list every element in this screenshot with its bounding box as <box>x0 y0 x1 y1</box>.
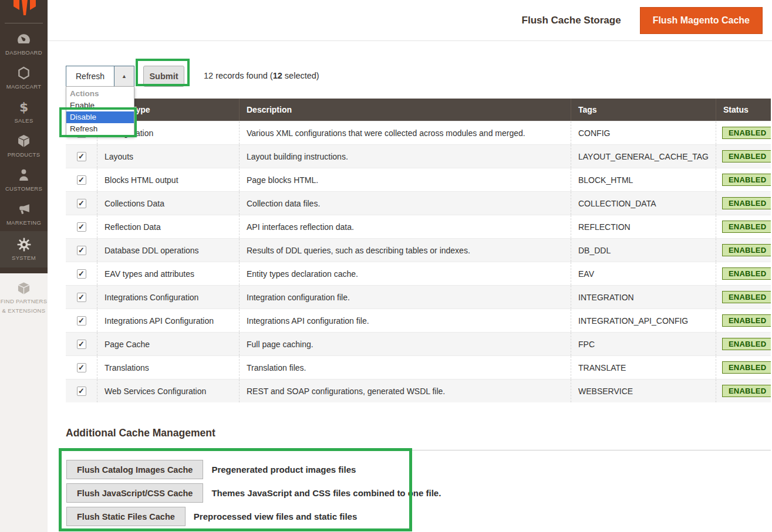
description-cell: Translation files. <box>239 356 571 379</box>
sidebar-item-marketing[interactable]: MARKETING <box>0 197 48 231</box>
table-header-row: ✓ Cache Type Description Tags Status <box>66 99 771 121</box>
tags-cell: INTEGRATION <box>571 286 716 309</box>
row-checkbox[interactable]: ✓ <box>77 152 86 161</box>
description-cell: Layout building instructions. <box>239 145 571 168</box>
find-partners-label-line2: & EXTENSIONS <box>0 307 48 314</box>
magento-logo[interactable] <box>5 0 43 23</box>
table-row: ✓ Integrations API Configuration Integra… <box>66 309 771 332</box>
sidebar-item-magiccart[interactable]: MAGICCART <box>0 61 48 95</box>
row-checkbox[interactable]: ✓ <box>77 316 86 326</box>
tags-cell: REFLECTION <box>571 215 716 238</box>
description-cell: Integration configuration file. <box>239 286 571 309</box>
actions-select-value: Refresh <box>66 66 114 86</box>
cache-table: ✓ Cache Type Description Tags Status ✓ C… <box>66 99 771 402</box>
description-cell: Collection data files. <box>239 192 571 215</box>
page-header: Flush Cache Storage Flush Magento Cache <box>48 0 772 41</box>
description-cell: Integrations API configuration file. <box>239 309 571 332</box>
cache-type-cell: Collections Data <box>97 192 239 215</box>
table-row: ✓ Page Cache Full page caching. FPC ENAB… <box>66 332 771 355</box>
tags-cell: COLLECTION_DATA <box>571 192 716 215</box>
row-checkbox[interactable]: ✓ <box>77 222 86 232</box>
cache-type-cell: EAV types and attributes <box>97 262 239 285</box>
actions-select[interactable]: Refresh ▲ <box>66 66 134 87</box>
row-checkbox[interactable]: ✓ <box>77 293 86 302</box>
table-row: ✓ Collections Data Collection data files… <box>66 191 771 215</box>
sidebar-item-system[interactable]: SYSTEM <box>0 231 48 267</box>
row-checkbox[interactable]: ✓ <box>77 363 86 372</box>
status-badge: ENABLED <box>722 291 771 303</box>
additional-cache-row: Flush Catalog Images Cache Pregenerated … <box>66 460 441 479</box>
table-row: ✓ Integrations Configuration Integration… <box>66 285 771 309</box>
marketing-icon <box>16 202 31 217</box>
description-cell: REST and SOAP configurations, generated … <box>239 379 571 402</box>
status-badge: ENABLED <box>722 244 771 256</box>
cache-type-cell: Translations <box>97 356 239 379</box>
svg-text:$: $ <box>19 100 28 114</box>
tags-cell: WEBSERVICE <box>571 379 716 402</box>
dashboard-icon <box>16 32 31 47</box>
extensions-box-icon <box>0 280 48 296</box>
magiccart-icon <box>16 66 31 81</box>
cache-type-cell: Integrations API Configuration <box>97 309 239 332</box>
flush-button-2[interactable]: Flush Static Files Cache <box>66 507 186 526</box>
row-checkbox[interactable]: ✓ <box>77 246 86 255</box>
sidebar: DASHBOARD MAGICCART $ SALES PRODUCTS CUS… <box>0 0 48 532</box>
sidebar-item-sales[interactable]: $ SALES <box>0 95 48 129</box>
row-checkbox[interactable]: ✓ <box>77 269 86 279</box>
tags-cell: TRANSLATE <box>571 356 716 379</box>
dropdown-option-refresh[interactable]: Refresh <box>66 123 134 135</box>
sidebar-item-dashboard[interactable]: DASHBOARD <box>0 27 48 61</box>
dropdown-group-actions: Actions <box>66 88 134 100</box>
additional-cache-title: Additional Cache Management <box>66 427 215 439</box>
description-cell: Results of DDL queries, such as describi… <box>239 239 571 262</box>
table-body: ✓ Configuration Various XML configuratio… <box>66 121 771 402</box>
column-header-description: Description <box>239 99 571 121</box>
row-checkbox[interactable]: ✓ <box>77 175 86 185</box>
row-checkbox[interactable]: ✓ <box>77 199 86 208</box>
tags-cell: DB_DDL <box>571 239 716 262</box>
row-checkbox[interactable]: ✓ <box>77 387 86 396</box>
status-badge: ENABLED <box>722 385 771 397</box>
sales-icon: $ <box>16 100 31 115</box>
status-badge: ENABLED <box>722 338 771 350</box>
submit-button[interactable]: Submit <box>143 66 184 87</box>
flush-button-1[interactable]: Flush JavaScript/CSS Cache <box>66 483 203 503</box>
table-row: ✓ Configuration Various XML configuratio… <box>66 121 771 144</box>
status-badge: ENABLED <box>722 314 771 327</box>
description-cell: Full page caching. <box>239 333 571 355</box>
status-badge: ENABLED <box>722 197 771 209</box>
description-cell: Entity types declaration cache. <box>239 262 571 285</box>
flush-button-description-0: Pregenerated product images files <box>211 465 356 475</box>
magento-logo-icon <box>11 0 38 18</box>
flush-button-description-2: Preprocessed view files and static files <box>194 511 357 521</box>
description-cell: API interfaces reflection data. <box>239 215 571 238</box>
sidebar-item-find-partners[interactable]: FIND PARTNERS & EXTENSIONS <box>0 273 48 315</box>
products-icon <box>16 134 31 149</box>
column-header-tags: Tags <box>571 99 716 121</box>
cache-type-cell: Blocks HTML output <box>97 168 239 191</box>
additional-cache-row: Flush Static Files Cache Preprocessed vi… <box>66 507 441 526</box>
sidebar-item-products[interactable]: PRODUCTS <box>0 129 48 163</box>
dropdown-option-enable[interactable]: Enable <box>66 100 134 111</box>
flush-magento-cache-button[interactable]: Flush Magento Cache <box>640 7 763 34</box>
flush-cache-storage-button[interactable]: Flush Cache Storage <box>522 15 621 26</box>
tags-cell: CONFIG <box>571 121 716 144</box>
flush-button-description-1: Themes JavaScript and CSS files combined… <box>211 488 441 498</box>
customers-icon <box>16 168 31 183</box>
flush-button-0[interactable]: Flush Catalog Images Cache <box>66 460 203 479</box>
status-badge: ENABLED <box>722 221 771 233</box>
sidebar-nav: DASHBOARD MAGICCART $ SALES PRODUCTS CUS… <box>0 23 48 267</box>
cache-type-cell: Layouts <box>97 145 239 168</box>
column-header-status: Status <box>716 99 771 121</box>
table-row: ✓ Blocks HTML output Page blocks HTML. B… <box>66 168 771 191</box>
dropdown-option-disable[interactable]: Disable <box>66 111 134 123</box>
cache-type-cell: Integrations Configuration <box>97 286 239 309</box>
records-count-text: 12 records found (12 selected) <box>204 71 319 80</box>
table-row: ✓ Reflection Data API interfaces reflect… <box>66 215 771 238</box>
cache-type-cell: Reflection Data <box>97 215 239 238</box>
tags-cell: EAV <box>571 262 716 285</box>
sidebar-item-customers[interactable]: CUSTOMERS <box>0 163 48 197</box>
tags-cell: FPC <box>571 333 716 355</box>
row-checkbox[interactable]: ✓ <box>77 340 86 349</box>
dropdown-options: EnableDisableRefresh <box>66 100 134 135</box>
